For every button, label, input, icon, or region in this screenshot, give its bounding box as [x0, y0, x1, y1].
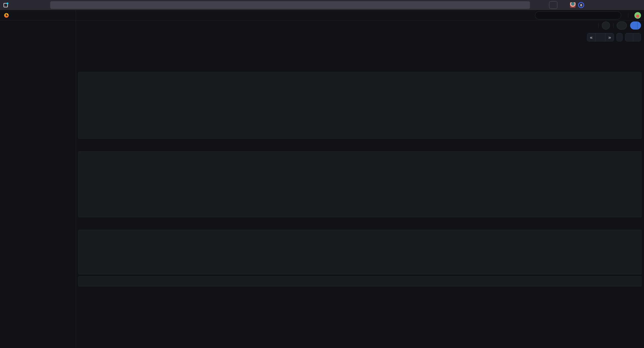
section-header-memory[interactable] — [79, 64, 641, 70]
app-header — [76, 10, 644, 20]
memory-x-axis — [95, 132, 589, 138]
refresh-interval-picker[interactable] — [633, 33, 641, 41]
network-y-axis — [80, 235, 96, 274]
time-shift-forward-button[interactable]: » — [605, 33, 614, 41]
share-button-group — [630, 21, 641, 30]
browser-chrome: 0 — [0, 0, 644, 10]
time-range-picker[interactable] — [595, 33, 605, 41]
dashboard-actions-row — [76, 20, 644, 31]
time-shift-back-button[interactable]: « — [587, 33, 596, 41]
memory-y-axis — [80, 77, 95, 138]
browser-back-button[interactable] — [12, 1, 20, 9]
section-header-summary[interactable] — [79, 47, 641, 53]
extension-avatar-icon[interactable] — [570, 2, 576, 8]
user-avatar[interactable] — [634, 12, 641, 19]
password-manager-icon[interactable]: 0 — [578, 2, 584, 8]
refresh-button[interactable] — [625, 33, 633, 41]
main-area: « » — [76, 10, 644, 348]
extension-icon[interactable] — [560, 1, 568, 9]
network-x-axis — [96, 268, 639, 274]
grafana-logo[interactable] — [4, 12, 9, 18]
cpu-legend-table — [499, 156, 639, 216]
pods-cpu-usage-panel — [78, 151, 641, 217]
panel-title[interactable] — [79, 230, 641, 233]
dashboard-content — [76, 43, 644, 348]
browser-sign-in-button[interactable] — [549, 1, 557, 9]
browser-forward-button[interactable] — [22, 1, 30, 9]
cpu-x-axis — [96, 211, 499, 216]
network-chart-canvas[interactable] — [96, 235, 639, 268]
pods-memory-usage-panel — [78, 72, 641, 139]
browser-menu-icon[interactable] — [587, 1, 594, 9]
double-chevron-right-icon: » — [608, 35, 611, 40]
memory-chart-canvas[interactable] — [95, 77, 589, 132]
cpu-y-axis — [80, 156, 96, 216]
password-manager-glyph: 0 — [580, 3, 582, 7]
divider — [598, 23, 599, 28]
sidebar-brand-row — [0, 10, 76, 20]
search-field[interactable] — [541, 13, 615, 17]
cpu-chart-canvas[interactable] — [96, 156, 499, 211]
double-chevron-left-icon: « — [590, 35, 593, 40]
clipped-next-panel — [78, 276, 641, 286]
share-dropdown-button[interactable] — [637, 21, 641, 30]
time-range-group: « » — [587, 33, 614, 41]
downloads-icon[interactable] — [539, 1, 547, 9]
memory-legend — [589, 77, 639, 138]
share-button[interactable] — [630, 21, 637, 30]
search-input[interactable] — [535, 11, 621, 19]
url-bar[interactable] — [50, 1, 530, 9]
section-header-cpu[interactable] — [79, 143, 641, 149]
network-io-pressure-panel — [78, 230, 641, 274]
panel-title[interactable] — [79, 72, 641, 75]
divider — [628, 13, 628, 18]
tab-icon[interactable] — [4, 3, 8, 7]
panel-title[interactable] — [79, 152, 641, 154]
sidebar — [0, 10, 76, 348]
dashboard-controls-row: « » — [76, 31, 644, 43]
tab-notification-dot — [7, 3, 8, 4]
export-button[interactable] — [617, 21, 627, 30]
browser-reload-button[interactable] — [33, 1, 40, 9]
refresh-group — [625, 33, 641, 41]
section-header-network[interactable] — [79, 222, 641, 228]
divider — [613, 23, 613, 28]
panel-title[interactable] — [79, 277, 641, 278]
make-editable-button[interactable] — [602, 21, 610, 30]
zoom-out-button[interactable] — [616, 33, 623, 41]
